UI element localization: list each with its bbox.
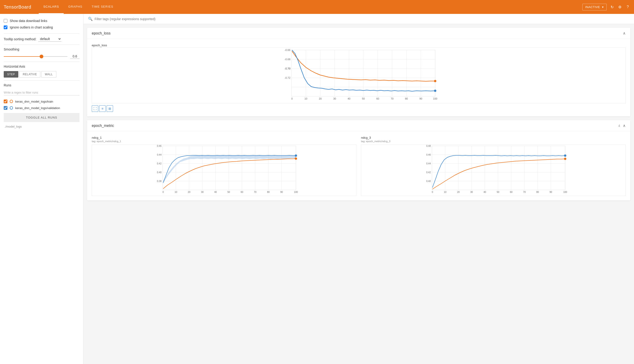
app-logo: TensorBoard xyxy=(4,4,31,10)
svg-text:100: 100 xyxy=(563,191,567,193)
show-download-links-label: Show data download links xyxy=(10,19,47,23)
svg-point-98 xyxy=(564,154,566,157)
svg-text:10: 10 xyxy=(444,191,447,193)
svg-text:-0.68: -0.68 xyxy=(284,58,290,61)
svg-text:0: 0 xyxy=(291,97,293,100)
nav-time-series[interactable]: TIME SERIES xyxy=(87,0,118,14)
data-view-btn[interactable]: ≡ xyxy=(99,105,106,112)
charts-double-epoch-metric: ndcg_1 tag: epoch_metric/ndcg_1 xyxy=(87,131,630,200)
chart-card-epoch-loss: epoch_loss xyxy=(92,44,626,112)
svg-text:60: 60 xyxy=(376,97,379,100)
section-count-epoch-metric: 4 xyxy=(618,124,620,128)
svg-text:0.42: 0.42 xyxy=(157,162,162,165)
svg-text:0.46: 0.46 xyxy=(426,154,431,156)
collapse-icon-epoch-loss[interactable]: ∧ xyxy=(623,31,626,36)
run-item-validation: keras_dnn_model_logs/validation xyxy=(4,105,80,111)
section-title-epoch-loss: epoch_loss xyxy=(92,31,111,36)
horizontal-axis-label: Horizontal Axis xyxy=(4,64,80,68)
smoothing-value-input[interactable]: 0.6 xyxy=(70,54,80,59)
sidebar: Show data download links Ignore outliers… xyxy=(0,14,83,364)
svg-text:90: 90 xyxy=(280,191,283,193)
svg-text:0: 0 xyxy=(162,191,164,193)
status-label: INACTIVE xyxy=(585,5,600,9)
ignore-outliers-label: Ignore outliers in chart scaling xyxy=(10,26,53,29)
tooltip-row: Tooltip sorting method: default ascendin… xyxy=(4,36,80,42)
svg-text:-0.72: -0.72 xyxy=(284,76,290,79)
svg-text:100: 100 xyxy=(294,191,298,193)
expand-chart-btn[interactable]: ⛶ xyxy=(92,105,98,112)
show-download-links-checkbox[interactable] xyxy=(4,19,8,23)
tag-filter-input[interactable] xyxy=(95,17,629,21)
svg-text:0.44: 0.44 xyxy=(426,162,431,165)
help-icon[interactable]: ? xyxy=(625,4,630,10)
smoothing-container: 0.6 xyxy=(4,54,80,59)
run-checkbox-train[interactable] xyxy=(4,100,8,103)
divider-2 xyxy=(4,44,80,45)
svg-text:0.40: 0.40 xyxy=(157,171,162,174)
divider-3 xyxy=(4,62,80,62)
svg-text:100: 100 xyxy=(433,97,437,100)
axis-buttons: STEP RELATIVE WALL xyxy=(4,71,80,78)
runs-filter-input[interactable] xyxy=(4,90,80,96)
run-item-train: keras_dnn_model_logs/train xyxy=(4,98,80,105)
svg-text:60: 60 xyxy=(510,191,513,193)
svg-text:80: 80 xyxy=(267,191,270,193)
section-epoch-metric: epoch_metric 4 ∧ ndcg_1 tag: epoch_metri… xyxy=(87,120,630,200)
filter-bar: 🔍 xyxy=(83,14,634,24)
chart-title-ndcg3: ndcg_3 xyxy=(361,136,626,140)
axis-btn-step[interactable]: STEP xyxy=(4,71,18,78)
run-checkbox-validation[interactable] xyxy=(4,106,8,110)
svg-text:-0.70: -0.70 xyxy=(284,67,290,70)
horizontal-axis-section: Horizontal Axis STEP RELATIVE WALL xyxy=(4,64,80,78)
nav-scalars[interactable]: SCALARS xyxy=(39,0,64,14)
svg-text:20: 20 xyxy=(188,191,190,193)
tooltip-label: Tooltip sorting method: xyxy=(4,37,36,41)
svg-text:90: 90 xyxy=(419,97,422,100)
ignore-outliers-row[interactable]: Ignore outliers in chart scaling xyxy=(4,24,80,30)
main-content: 🔍 epoch_loss ∧ epoch_loss xyxy=(83,14,634,364)
fit-domain-btn[interactable]: ⊞ xyxy=(107,105,113,112)
svg-text:60: 60 xyxy=(240,191,243,193)
ndcg1-svg: 0.46 0.44 0.42 0.40 0.38 0 10 20 30 40 5… xyxy=(92,145,356,196)
nav-graphs[interactable]: GRAPHS xyxy=(64,0,87,14)
svg-text:0.46: 0.46 xyxy=(157,145,162,147)
section-right-epoch-loss: ∧ xyxy=(623,31,626,36)
show-download-links-row[interactable]: Show data download links xyxy=(4,18,80,24)
svg-text:70: 70 xyxy=(391,97,394,100)
divider-1 xyxy=(4,33,80,34)
header-right: INACTIVE ▾ ↻ ⚙ ? xyxy=(582,4,630,10)
axis-btn-relative[interactable]: RELATIVE xyxy=(19,71,40,78)
ndcg3-svg: 0.48 0.46 0.44 0.42 0.40 0 10 20 30 40 5… xyxy=(361,145,625,196)
chart-area-epoch-loss: -0.66 -0.68 -0.70 -0.72 -0.70 0 10 20 30… xyxy=(92,48,626,104)
svg-text:10: 10 xyxy=(304,97,307,100)
search-icon: 🔍 xyxy=(88,17,93,21)
svg-point-31 xyxy=(434,80,436,82)
section-right-epoch-metric: 4 ∧ xyxy=(618,124,626,128)
svg-text:30: 30 xyxy=(470,191,473,193)
svg-text:30: 30 xyxy=(201,191,204,193)
refresh-icon[interactable]: ↻ xyxy=(609,4,614,10)
svg-text:50: 50 xyxy=(497,191,499,193)
smoothing-slider[interactable] xyxy=(4,56,68,57)
smoothing-label: Smoothing xyxy=(4,48,80,51)
svg-text:20: 20 xyxy=(319,97,322,100)
svg-text:-0.66: -0.66 xyxy=(284,49,290,52)
chart-area-ndcg3: 0.48 0.46 0.44 0.42 0.40 0 10 20 30 40 5… xyxy=(361,144,626,196)
chart-title-epoch-loss: epoch_loss xyxy=(92,44,626,47)
svg-text:0.42: 0.42 xyxy=(426,171,431,174)
run-color-validation xyxy=(10,106,13,110)
axis-btn-wall[interactable]: WALL xyxy=(41,71,56,78)
status-dropdown[interactable]: INACTIVE ▾ xyxy=(582,4,607,10)
main-nav: SCALARS GRAPHS TIME SERIES xyxy=(39,0,582,14)
svg-point-65 xyxy=(295,154,297,157)
settings-icon[interactable]: ⚙ xyxy=(617,4,622,10)
svg-rect-67 xyxy=(432,146,565,190)
chart-card-ndcg3: ndcg_3 tag: epoch_metric/ndcg_3 xyxy=(361,136,626,196)
svg-text:30: 30 xyxy=(333,97,336,100)
toggle-all-runs-button[interactable]: TOGGLE ALL RUNS xyxy=(4,113,80,122)
tooltip-select[interactable]: default ascending descending nearest xyxy=(38,36,61,42)
collapse-icon-epoch-metric[interactable]: ∧ xyxy=(623,124,626,128)
chart-card-ndcg1: ndcg_1 tag: epoch_metric/ndcg_1 xyxy=(92,136,356,196)
svg-text:10: 10 xyxy=(174,191,177,193)
ignore-outliers-checkbox[interactable] xyxy=(4,26,8,29)
